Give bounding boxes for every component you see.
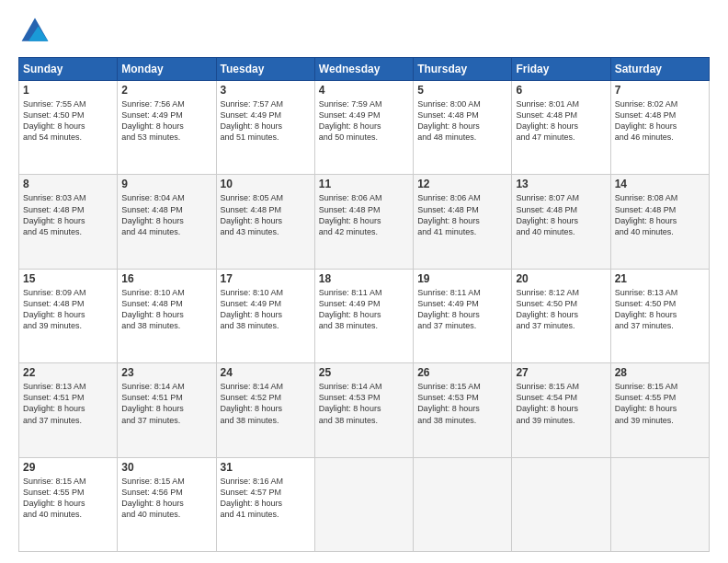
day-info: Sunrise: 8:00 AMSunset: 4:48 PMDaylight:… — [417, 99, 481, 142]
calendar-week-3: 15 Sunrise: 8:09 AMSunset: 4:48 PMDaylig… — [19, 269, 710, 362]
calendar-cell: 3 Sunrise: 7:57 AMSunset: 4:49 PMDayligh… — [216, 81, 314, 175]
day-info: Sunrise: 8:10 AMSunset: 4:48 PMDaylight:… — [121, 288, 185, 330]
logo — [18, 15, 55, 48]
day-number: 30 — [121, 461, 211, 474]
header — [18, 15, 710, 48]
calendar-table: SundayMondayTuesdayWednesdayThursdayFrid… — [18, 57, 710, 552]
day-info: Sunrise: 7:56 AMSunset: 4:49 PMDaylight:… — [121, 99, 185, 142]
day-number: 24 — [221, 366, 311, 379]
day-number: 28 — [615, 366, 705, 379]
calendar-cell: 12 Sunrise: 8:06 AMSunset: 4:48 PMDaylig… — [414, 175, 512, 269]
day-number: 1 — [23, 84, 113, 97]
calendar-cell: 28 Sunrise: 8:15 AMSunset: 4:55 PMDaylig… — [610, 363, 709, 457]
day-info: Sunrise: 8:07 AMSunset: 4:48 PMDaylight:… — [516, 193, 579, 236]
logo-icon — [18, 15, 51, 48]
day-number: 9 — [121, 178, 211, 190]
day-number: 8 — [23, 178, 113, 190]
day-number: 21 — [615, 272, 705, 285]
day-number: 19 — [417, 272, 507, 285]
day-number: 17 — [221, 272, 311, 285]
calendar-cell: 4 Sunrise: 7:59 AMSunset: 4:49 PMDayligh… — [314, 81, 413, 175]
header-friday: Friday — [512, 58, 610, 81]
day-info: Sunrise: 8:06 AMSunset: 4:48 PMDaylight:… — [319, 193, 382, 236]
header-sunday: Sunday — [19, 58, 118, 81]
day-info: Sunrise: 8:02 AMSunset: 4:48 PMDaylight:… — [615, 99, 678, 142]
day-info: Sunrise: 8:11 AMSunset: 4:49 PMDaylight:… — [417, 288, 481, 330]
calendar-cell: 8 Sunrise: 8:03 AMSunset: 4:48 PMDayligh… — [19, 175, 118, 269]
calendar-cell: 21 Sunrise: 8:13 AMSunset: 4:50 PMDaylig… — [610, 269, 709, 362]
calendar-cell: 31 Sunrise: 8:16 AMSunset: 4:57 PMDaylig… — [216, 457, 314, 551]
day-number: 20 — [516, 272, 606, 285]
calendar-header-row: SundayMondayTuesdayWednesdayThursdayFrid… — [19, 58, 710, 81]
day-number: 31 — [221, 461, 311, 474]
calendar-week-5: 29 Sunrise: 8:15 AMSunset: 4:55 PMDaylig… — [19, 457, 710, 551]
calendar-week-1: 1 Sunrise: 7:55 AMSunset: 4:50 PMDayligh… — [19, 81, 710, 175]
header-monday: Monday — [118, 58, 216, 81]
calendar-cell — [414, 457, 512, 551]
calendar-cell: 5 Sunrise: 8:00 AMSunset: 4:48 PMDayligh… — [414, 81, 512, 175]
calendar-cell: 23 Sunrise: 8:14 AMSunset: 4:51 PMDaylig… — [118, 363, 216, 457]
calendar-cell: 10 Sunrise: 8:05 AMSunset: 4:48 PMDaylig… — [216, 175, 314, 269]
calendar-cell — [610, 457, 709, 551]
calendar-cell: 22 Sunrise: 8:13 AMSunset: 4:51 PMDaylig… — [19, 363, 118, 457]
day-number: 11 — [319, 178, 409, 190]
day-info: Sunrise: 8:04 AMSunset: 4:48 PMDaylight:… — [121, 193, 185, 236]
day-info: Sunrise: 8:01 AMSunset: 4:48 PMDaylight:… — [516, 99, 579, 142]
day-number: 26 — [417, 366, 507, 379]
calendar-cell: 17 Sunrise: 8:10 AMSunset: 4:49 PMDaylig… — [216, 269, 314, 362]
day-info: Sunrise: 8:14 AMSunset: 4:52 PMDaylight:… — [221, 382, 284, 424]
day-number: 6 — [516, 84, 606, 97]
calendar-cell: 16 Sunrise: 8:10 AMSunset: 4:48 PMDaylig… — [118, 269, 216, 362]
calendar-cell: 25 Sunrise: 8:14 AMSunset: 4:53 PMDaylig… — [314, 363, 413, 457]
calendar-week-4: 22 Sunrise: 8:13 AMSunset: 4:51 PMDaylig… — [19, 363, 710, 457]
day-info: Sunrise: 7:55 AMSunset: 4:50 PMDaylight:… — [23, 99, 86, 142]
calendar-cell: 2 Sunrise: 7:56 AMSunset: 4:49 PMDayligh… — [118, 81, 216, 175]
day-info: Sunrise: 8:13 AMSunset: 4:50 PMDaylight:… — [615, 288, 678, 330]
day-info: Sunrise: 7:57 AMSunset: 4:49 PMDaylight:… — [221, 99, 284, 142]
header-tuesday: Tuesday — [216, 58, 314, 81]
day-number: 10 — [221, 178, 311, 190]
calendar-week-2: 8 Sunrise: 8:03 AMSunset: 4:48 PMDayligh… — [19, 175, 710, 269]
day-number: 13 — [516, 178, 606, 190]
day-info: Sunrise: 8:09 AMSunset: 4:48 PMDaylight:… — [23, 288, 86, 330]
day-info: Sunrise: 8:12 AMSunset: 4:50 PMDaylight:… — [516, 288, 579, 330]
day-info: Sunrise: 8:11 AMSunset: 4:49 PMDaylight:… — [319, 288, 382, 330]
day-number: 18 — [319, 272, 409, 285]
day-number: 5 — [417, 84, 507, 97]
day-number: 12 — [417, 178, 507, 190]
day-number: 4 — [319, 84, 409, 97]
calendar-cell: 30 Sunrise: 8:15 AMSunset: 4:56 PMDaylig… — [118, 457, 216, 551]
day-number: 15 — [23, 272, 113, 285]
day-number: 22 — [23, 366, 113, 379]
day-info: Sunrise: 8:15 AMSunset: 4:55 PMDaylight:… — [23, 477, 86, 519]
calendar-cell: 13 Sunrise: 8:07 AMSunset: 4:48 PMDaylig… — [512, 175, 610, 269]
calendar-cell: 20 Sunrise: 8:12 AMSunset: 4:50 PMDaylig… — [512, 269, 610, 362]
day-number: 14 — [615, 178, 705, 190]
day-info: Sunrise: 8:05 AMSunset: 4:48 PMDaylight:… — [221, 193, 284, 236]
day-info: Sunrise: 7:59 AMSunset: 4:49 PMDaylight:… — [319, 99, 382, 142]
page: SundayMondayTuesdayWednesdayThursdayFrid… — [0, 0, 728, 563]
calendar-cell: 9 Sunrise: 8:04 AMSunset: 4:48 PMDayligh… — [118, 175, 216, 269]
day-number: 2 — [121, 84, 211, 97]
calendar-cell: 14 Sunrise: 8:08 AMSunset: 4:48 PMDaylig… — [610, 175, 709, 269]
day-info: Sunrise: 8:08 AMSunset: 4:48 PMDaylight:… — [615, 193, 678, 236]
calendar-cell: 6 Sunrise: 8:01 AMSunset: 4:48 PMDayligh… — [512, 81, 610, 175]
day-info: Sunrise: 8:06 AMSunset: 4:48 PMDaylight:… — [417, 193, 481, 236]
calendar-cell: 15 Sunrise: 8:09 AMSunset: 4:48 PMDaylig… — [19, 269, 118, 362]
calendar-cell — [314, 457, 413, 551]
day-info: Sunrise: 8:10 AMSunset: 4:49 PMDaylight:… — [221, 288, 284, 330]
day-number: 16 — [121, 272, 211, 285]
day-info: Sunrise: 8:15 AMSunset: 4:53 PMDaylight:… — [417, 382, 481, 424]
day-info: Sunrise: 8:15 AMSunset: 4:55 PMDaylight:… — [615, 382, 678, 424]
day-number: 29 — [23, 461, 113, 474]
day-info: Sunrise: 8:03 AMSunset: 4:48 PMDaylight:… — [23, 193, 86, 236]
header-wednesday: Wednesday — [314, 58, 413, 81]
header-saturday: Saturday — [610, 58, 709, 81]
day-number: 3 — [221, 84, 311, 97]
header-thursday: Thursday — [414, 58, 512, 81]
calendar-cell — [512, 457, 610, 551]
calendar-cell: 18 Sunrise: 8:11 AMSunset: 4:49 PMDaylig… — [314, 269, 413, 362]
day-info: Sunrise: 8:15 AMSunset: 4:56 PMDaylight:… — [121, 477, 185, 519]
day-number: 7 — [615, 84, 705, 97]
day-number: 27 — [516, 366, 606, 379]
